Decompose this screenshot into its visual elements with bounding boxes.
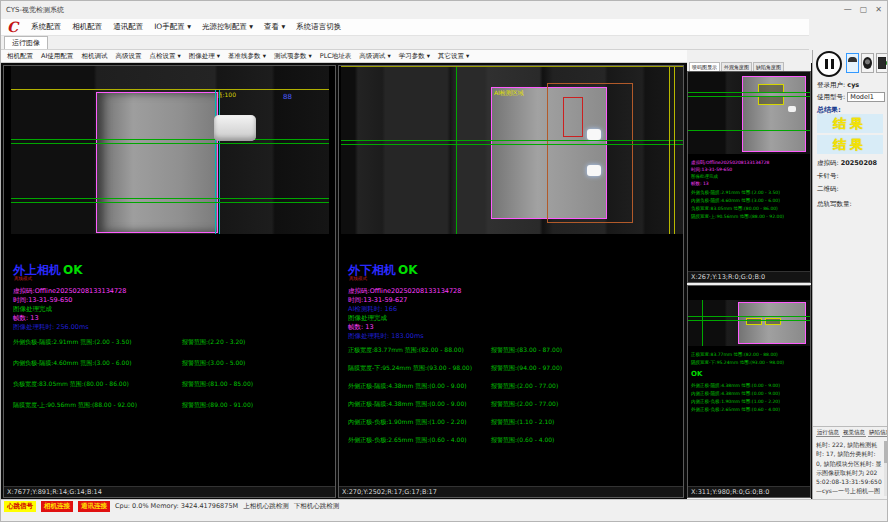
tab-connector: [214, 115, 256, 141]
login-value: cys: [847, 81, 859, 89]
measurement-value: 隔膜宽度-上:90.56mm 范围:(88.00 - 92.00): [13, 401, 137, 410]
window-title: CYS-视觉检测系统: [6, 5, 64, 15]
measure-line: [688, 316, 810, 317]
cpu-memory-text: Cpu: 0.0% Memory: 3424.41796875M: [115, 502, 238, 510]
reflection: [587, 165, 601, 176]
toolbar-learning-params[interactable]: 学习参数 ▾: [399, 52, 430, 61]
mini-text: 正极宽度:83.77mm 范围:(82.00 - 88.00): [691, 352, 778, 357]
menu-item-system-config[interactable]: 系统配置: [31, 22, 61, 32]
mini-view-2: 正极宽度:83.77mm 范围:(82.00 - 88.00) 隔膜宽度-下:9…: [687, 285, 811, 498]
barcode-label: 虚拟码:: [817, 159, 839, 167]
pause-button[interactable]: [816, 51, 842, 77]
mini1-image[interactable]: [688, 72, 810, 154]
mini-text: 隔膜宽度-下:95.24mm 范围:(93.00 - 98.00): [691, 360, 784, 365]
menu-item-language-switch[interactable]: 系统语言切换: [296, 22, 341, 32]
maximize-button[interactable]: ▢: [860, 6, 868, 14]
title-bar: CYS-视觉检测系统 — ▢ ✕: [1, 1, 887, 19]
status-bar: 心跳信号 相机连接 通讯连接 Cpu: 0.0% Memory: 3424.41…: [1, 499, 888, 512]
measure-line: [11, 139, 329, 140]
measurement-value: 外侧负极-隔膜:2.91mm 范围:(2.00 - 3.50): [13, 338, 132, 347]
upper-camera-view: 当前阈值:93, 动态阈值:100 88 外上相机OK 离线模式 虚拟码:Off…: [3, 65, 336, 498]
measurement-alarm: 报警范围:(2.00 - 77.00): [491, 382, 558, 391]
mini-text: 内侧正极-负极:1.90mm 范围:(1.00 - 2.20): [691, 399, 780, 404]
measurement-alarm: 报警范围:(89.00 - 91.00): [182, 401, 253, 410]
pause-icon: [825, 59, 828, 69]
menu-item-camera-config[interactable]: 相机配置: [72, 22, 102, 32]
upper-camera-image[interactable]: 当前阈值:93, 动态阈值:100 88: [11, 66, 329, 234]
measurement-alarm: 报警范围:(81.00 - 85.00): [182, 380, 253, 389]
toolbar-camera-config[interactable]: 相机配置: [7, 52, 33, 61]
tab-appearance-angle[interactable]: 外观角度图: [721, 62, 752, 71]
lower-camera-view: AI检测区域 外下相机OK 离线模式 虚拟码:Offline2025020813…: [338, 65, 684, 498]
mini2-image[interactable]: [688, 300, 810, 346]
camera-name: 外下相机: [348, 263, 396, 277]
measure-line: [341, 144, 683, 145]
measurement-value: 内侧正极-隔膜:4.38mm 范围:(0.00 - 9.00): [348, 400, 467, 409]
menu-item-view[interactable]: 查看 ▾: [264, 22, 285, 32]
mini-text: 帧数: 13: [691, 181, 709, 186]
done-line: 图像处理完成: [348, 314, 387, 323]
pixel-coords-bar: X:270;Y:2502;R:17;G:17;B:17: [339, 486, 683, 497]
camera-mode-label: 离线模式: [14, 276, 32, 281]
toolbar-advanced-settings[interactable]: 高级设置: [115, 52, 141, 61]
toolbar-other-settings[interactable]: 其它设置 ▾: [438, 52, 469, 61]
minimize-button[interactable]: —: [844, 6, 852, 14]
toolbar-baseline-params[interactable]: 基准线参数 ▾: [228, 52, 266, 61]
measure-line: [341, 140, 683, 141]
elapsed-line: 图像处理耗时: 183.00ms: [348, 332, 424, 341]
tab-run-info[interactable]: 运行信息: [816, 429, 840, 437]
barcode-row: 虚拟码: 20250208: [817, 159, 886, 168]
lower-camera-heartbeat: 下相机心跳检测: [294, 502, 340, 511]
camera-tool-button[interactable]: [861, 53, 874, 73]
menu-item-io-config[interactable]: IO手配置 ▾: [154, 22, 191, 32]
result-badge-lower: 结果: [817, 135, 883, 154]
close-button[interactable]: ✕: [875, 6, 882, 14]
exit-button[interactable]: [876, 53, 888, 73]
menu-item-comm-config[interactable]: 通讯配置: [113, 22, 143, 32]
model-field[interactable]: Model1: [847, 92, 885, 102]
lower-camera-image[interactable]: AI检测区域: [341, 66, 683, 234]
pixel-coords-bar: X:7677;Y:891;R:14;G:14;B:14: [4, 486, 335, 497]
menu-bar: C 系统配置 相机配置 通讯配置 IO手配置 ▾ 光源控制配置 ▾ 查看 ▾ 系…: [1, 19, 809, 36]
comm-conn-badge: 通讯连接: [78, 501, 110, 512]
edge-line: [219, 90, 220, 234]
mini-text: 内侧正极-隔膜:4.38mm 范围:(0.00 - 9.00): [691, 391, 780, 396]
tab-vision-info[interactable]: 视觉信息: [842, 429, 866, 437]
menu-item-light-control[interactable]: 光源控制配置 ▾: [202, 22, 253, 32]
mini-text: 时间:13-31-59-650: [691, 167, 732, 172]
mini-text: 图像处理完成: [691, 174, 718, 179]
barcode-line: 虚拟码:Offline20250208133134728: [13, 287, 126, 296]
measure-line: [688, 130, 810, 131]
toolbar-test-params[interactable]: 测试项参数 ▾: [274, 52, 312, 61]
mini-result: OK: [691, 370, 702, 378]
main-content: 相机配置 AI使用配置 相机调试 高级设置 点检设置 ▾ 图像处理 ▾ 基准线参…: [1, 50, 812, 499]
toolbar-spot-check[interactable]: 点检设置 ▾: [149, 52, 180, 61]
toolbar-ai-usage-config[interactable]: AI使用配置: [41, 52, 73, 61]
ai-region-label: AI检测区域: [494, 89, 524, 98]
measure-line-vertical: [702, 300, 703, 346]
mini-text: 外侧负极-隔膜:2.91mm 范围:(2.00 - 3.50): [691, 190, 780, 195]
toolbar-plc-address[interactable]: PLC地址表: [320, 52, 352, 61]
tab-defect-angle[interactable]: 缺陷角度图: [753, 62, 784, 71]
tab-run-image[interactable]: 运行图像: [4, 36, 48, 49]
time-line: 时间:13-31-59-650: [13, 296, 72, 305]
model-label: 使用型号:: [817, 93, 845, 101]
mini-tab-row: 喷码图显示 外观角度图 缺陷角度图: [687, 59, 811, 71]
toolbar-camera-debug[interactable]: 相机调试: [81, 52, 107, 61]
mini-text: 负极宽度:83.05mm 范围:(80.00 - 86.00): [691, 206, 778, 211]
info-scrollbar[interactable]: [884, 441, 888, 496]
user-login-button[interactable]: [846, 53, 859, 73]
measure-line: [688, 96, 810, 97]
electrode-region: [96, 92, 218, 233]
measurement-value: 外侧正极-负极:2.65mm 范围:(0.60 - 4.00): [348, 436, 467, 445]
measurement-value: 内侧正极-负极:1.90mm 范围:(1.00 - 2.20): [348, 418, 467, 427]
tab-code-image[interactable]: 喷码图显示: [689, 62, 720, 71]
toolbar-image-processing[interactable]: 图像处理 ▾: [189, 52, 220, 61]
camera-result: OK: [63, 263, 83, 277]
time-line: 时间:13-31-59-627: [348, 296, 407, 305]
barcode-value: 20250208: [841, 159, 877, 167]
info-tab-row: 运行信息 视觉信息 缺陷信息: [813, 427, 888, 438]
tab-defect-info[interactable]: 缺陷信息: [868, 429, 888, 437]
heartbeat-badge: 心跳信号: [4, 501, 36, 512]
toolbar-advanced-debug[interactable]: 高级调试 ▾: [359, 52, 390, 61]
